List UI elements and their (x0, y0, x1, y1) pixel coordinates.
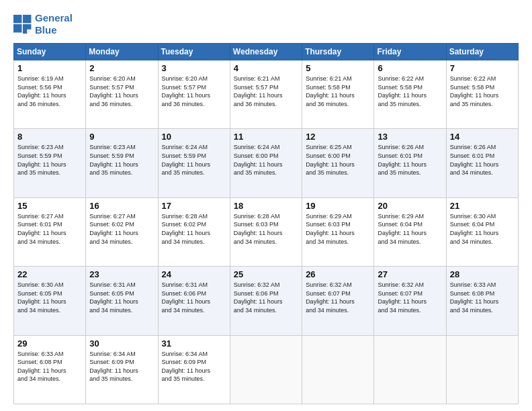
day-number: 16 (89, 201, 154, 211)
day-number: 25 (234, 269, 298, 279)
day-number: 26 (306, 269, 370, 279)
table-row (230, 335, 302, 404)
svg-marker-4 (27, 30, 31, 34)
calendar-week-row: 22Sunrise: 6:30 AM Sunset: 6:05 PM Dayli… (14, 267, 519, 335)
day-number: 20 (378, 201, 442, 211)
day-info: Sunrise: 6:33 AM Sunset: 6:08 PM Dayligh… (17, 350, 82, 383)
day-number: 28 (450, 269, 515, 279)
day-number: 17 (162, 201, 226, 211)
day-info: Sunrise: 6:24 AM Sunset: 5:59 PM Dayligh… (162, 143, 226, 177)
table-row: 15Sunrise: 6:27 AM Sunset: 6:01 PM Dayli… (14, 197, 86, 266)
table-row: 10Sunrise: 6:24 AM Sunset: 5:59 PM Dayli… (158, 129, 230, 197)
day-number: 23 (89, 269, 154, 279)
day-info: Sunrise: 6:31 AM Sunset: 6:06 PM Dayligh… (162, 281, 226, 314)
day-number: 3 (162, 63, 226, 73)
svg-rect-0 (13, 15, 21, 23)
calendar-table: Sunday Monday Tuesday Wednesday Thursday… (13, 43, 519, 404)
logo-line1: General (35, 12, 73, 24)
day-number: 24 (162, 269, 226, 279)
table-row (302, 335, 374, 404)
table-row: 2Sunrise: 6:20 AM Sunset: 5:57 PM Daylig… (86, 60, 158, 129)
day-number: 6 (378, 63, 442, 73)
table-row: 24Sunrise: 6:31 AM Sunset: 6:06 PM Dayli… (158, 267, 230, 335)
table-row (374, 335, 446, 404)
table-row: 8Sunrise: 6:23 AM Sunset: 5:59 PM Daylig… (14, 129, 86, 197)
day-info: Sunrise: 6:21 AM Sunset: 5:57 PM Dayligh… (234, 75, 298, 108)
table-row: 22Sunrise: 6:30 AM Sunset: 6:05 PM Dayli… (14, 267, 86, 335)
table-row: 1Sunrise: 6:19 AM Sunset: 5:56 PM Daylig… (14, 60, 86, 129)
day-number: 21 (450, 201, 515, 211)
day-info: Sunrise: 6:30 AM Sunset: 6:05 PM Dayligh… (17, 281, 82, 314)
day-info: Sunrise: 6:32 AM Sunset: 6:06 PM Dayligh… (234, 281, 298, 314)
day-number: 14 (450, 132, 515, 142)
table-row: 21Sunrise: 6:30 AM Sunset: 6:04 PM Dayli… (446, 197, 518, 266)
page: General Blue Sunday Monday Tuesday Wedne… (0, 0, 532, 411)
col-wednesday: Wednesday (230, 44, 302, 60)
table-row: 18Sunrise: 6:28 AM Sunset: 6:03 PM Dayli… (230, 197, 302, 266)
table-row: 25Sunrise: 6:32 AM Sunset: 6:06 PM Dayli… (230, 267, 302, 335)
day-number: 29 (17, 338, 82, 349)
calendar-week-row: 15Sunrise: 6:27 AM Sunset: 6:01 PM Dayli… (14, 197, 519, 266)
day-info: Sunrise: 6:22 AM Sunset: 5:58 PM Dayligh… (378, 75, 442, 108)
day-info: Sunrise: 6:23 AM Sunset: 5:59 PM Dayligh… (17, 143, 82, 177)
table-row: 23Sunrise: 6:31 AM Sunset: 6:05 PM Dayli… (86, 267, 158, 335)
day-number: 12 (306, 132, 370, 142)
svg-rect-2 (13, 24, 21, 32)
table-row: 13Sunrise: 6:26 AM Sunset: 6:01 PM Dayli… (374, 129, 446, 197)
day-number: 13 (378, 132, 442, 142)
day-info: Sunrise: 6:26 AM Sunset: 6:01 PM Dayligh… (450, 143, 515, 177)
day-info: Sunrise: 6:31 AM Sunset: 6:05 PM Dayligh… (89, 281, 154, 314)
day-number: 22 (17, 269, 82, 279)
day-info: Sunrise: 6:27 AM Sunset: 6:01 PM Dayligh… (17, 212, 82, 246)
col-saturday: Saturday (446, 44, 518, 60)
day-info: Sunrise: 6:30 AM Sunset: 6:04 PM Dayligh… (450, 212, 515, 246)
day-info: Sunrise: 6:26 AM Sunset: 6:01 PM Dayligh… (378, 143, 442, 177)
day-info: Sunrise: 6:34 AM Sunset: 6:09 PM Dayligh… (89, 350, 154, 383)
day-info: Sunrise: 6:28 AM Sunset: 6:03 PM Dayligh… (234, 212, 298, 246)
table-row: 9Sunrise: 6:23 AM Sunset: 5:59 PM Daylig… (86, 129, 158, 197)
day-info: Sunrise: 6:27 AM Sunset: 6:02 PM Dayligh… (89, 212, 154, 246)
svg-rect-1 (23, 15, 31, 23)
table-row: 20Sunrise: 6:29 AM Sunset: 6:04 PM Dayli… (374, 197, 446, 266)
col-friday: Friday (374, 44, 446, 60)
table-row: 19Sunrise: 6:29 AM Sunset: 6:03 PM Dayli… (302, 197, 374, 266)
table-row: 5Sunrise: 6:21 AM Sunset: 5:58 PM Daylig… (302, 60, 374, 129)
table-row: 7Sunrise: 6:22 AM Sunset: 5:58 PM Daylig… (446, 60, 518, 129)
table-row: 31Sunrise: 6:34 AM Sunset: 6:09 PM Dayli… (158, 335, 230, 404)
svg-marker-3 (23, 24, 31, 34)
day-number: 10 (162, 132, 226, 142)
day-number: 8 (17, 132, 82, 142)
table-row: 30Sunrise: 6:34 AM Sunset: 6:09 PM Dayli… (86, 335, 158, 404)
table-row: 6Sunrise: 6:22 AM Sunset: 5:58 PM Daylig… (374, 60, 446, 129)
table-row: 12Sunrise: 6:25 AM Sunset: 6:00 PM Dayli… (302, 129, 374, 197)
day-number: 5 (306, 63, 370, 73)
day-number: 27 (378, 269, 442, 279)
day-number: 4 (234, 63, 298, 73)
day-info: Sunrise: 6:29 AM Sunset: 6:04 PM Dayligh… (378, 212, 442, 246)
day-info: Sunrise: 6:28 AM Sunset: 6:02 PM Dayligh… (162, 212, 226, 246)
col-monday: Monday (86, 44, 158, 60)
day-number: 31 (162, 338, 226, 349)
day-info: Sunrise: 6:32 AM Sunset: 6:07 PM Dayligh… (306, 281, 370, 314)
table-row (446, 335, 518, 404)
day-number: 1 (17, 63, 82, 73)
day-number: 15 (17, 201, 82, 211)
day-number: 9 (89, 132, 154, 142)
col-tuesday: Tuesday (158, 44, 230, 60)
day-number: 2 (89, 63, 154, 73)
header: General Blue (13, 12, 519, 36)
day-number: 11 (234, 132, 298, 142)
day-number: 30 (89, 338, 154, 349)
logo-line2: Blue (35, 24, 73, 36)
col-thursday: Thursday (302, 44, 374, 60)
table-row: 17Sunrise: 6:28 AM Sunset: 6:02 PM Dayli… (158, 197, 230, 266)
day-info: Sunrise: 6:24 AM Sunset: 6:00 PM Dayligh… (234, 143, 298, 177)
day-info: Sunrise: 6:29 AM Sunset: 6:03 PM Dayligh… (306, 212, 370, 246)
calendar-week-row: 8Sunrise: 6:23 AM Sunset: 5:59 PM Daylig… (14, 129, 519, 197)
table-row: 28Sunrise: 6:33 AM Sunset: 6:08 PM Dayli… (446, 267, 518, 335)
day-info: Sunrise: 6:19 AM Sunset: 5:56 PM Dayligh… (17, 75, 82, 108)
table-row: 11Sunrise: 6:24 AM Sunset: 6:00 PM Dayli… (230, 129, 302, 197)
day-info: Sunrise: 6:23 AM Sunset: 5:59 PM Dayligh… (89, 143, 154, 177)
day-number: 18 (234, 201, 298, 211)
day-info: Sunrise: 6:34 AM Sunset: 6:09 PM Dayligh… (162, 350, 226, 383)
